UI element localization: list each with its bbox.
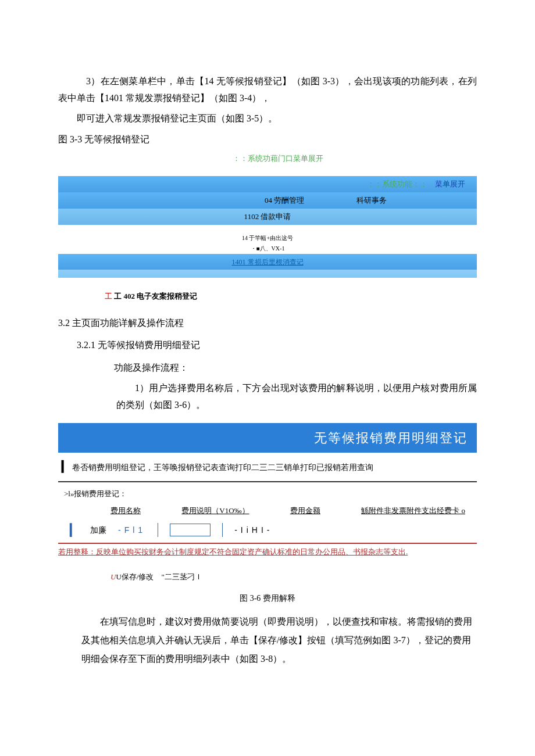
red-square-icon: 工	[105, 292, 112, 300]
field-name-value[interactable]: 加廉	[90, 523, 106, 538]
sys-features-label: ：：系统功藉门口菜单展开	[233, 154, 323, 163]
paragraph-step3: 3）在左侧菜单栏中，单击【14 无等候报销登记】（如图 3-3），会出现该项的功…	[58, 73, 477, 107]
menu-1401-link[interactable]: 1401 常损后里根消查记	[232, 258, 304, 266]
divider	[158, 523, 158, 537]
screenshot-menu: ：：系统功藉门口菜单展开 ：：系统功能：： 菜单展开 04 劳酬管理 科研事务 …	[58, 152, 477, 303]
section-3-2-1-step1: 1）用户选择费用名称后，下方会出现对该费用的解释说明，以便用户核对费用所属的类别…	[116, 380, 477, 414]
th-amount: 费用金额	[290, 504, 320, 517]
paragraph-enter: 即可进入常规发票报销登记主页面（如图 3-5）。	[58, 110, 477, 127]
menu-04[interactable]: 04 劳酬管理	[265, 194, 304, 207]
figure-caption-3-3: 图 3-3 无等候报销登记	[58, 131, 477, 148]
sys-label: ：：系统功能：：	[367, 177, 427, 191]
save-row: UU保存/修改 "二三茎刁Ｉ	[110, 570, 477, 583]
fee-explanation: 若用整释：反映单位购买按财务会计制度规定不符合固定资产确认标准的日常办公用品、书…	[58, 544, 477, 560]
amount-input[interactable]	[170, 524, 211, 536]
section-3-2: 3.2 主页面功能详解及操作流程	[58, 315, 477, 332]
menu-expand-label[interactable]: 菜单展开	[435, 177, 465, 191]
figure-caption-3-6: 图 3-6 费用解释	[58, 591, 477, 605]
bar-icon: ▎	[62, 461, 70, 472]
th-name: 费用名称	[110, 504, 141, 517]
section-3-2-1-func: 功能及操作流程：	[58, 360, 477, 377]
menu-402: 工 402 电子友案报稍登记	[114, 292, 197, 300]
tiny-text-vx: ・■八、VX-1	[58, 243, 477, 254]
panel-tabs[interactable]: ▎ 卷否销费用明组登记，王等唤报销登记表查询打印二三二三销单打印已报销若用查询	[58, 453, 477, 482]
bar-icon: ▎	[70, 519, 79, 540]
field-attach[interactable]: -IiHI-	[234, 523, 273, 538]
body-paragraph: 在填写信息时，建议对费用做简要说明（即费用说明），以便查找和审核。将需报销的费用…	[81, 612, 477, 668]
menu-keyan[interactable]: 科研事务	[356, 194, 387, 207]
table-header-row: 费用名称 费用说明（V1O‰） 费用金额 鯀附件非发票附件支出经费卡 o	[58, 503, 477, 518]
form-fields-row: ▎ 加廉 -Fl1 -IiHI-	[58, 518, 477, 542]
tiny-text-14: 14 于竿幅+由出这号	[58, 233, 477, 243]
th-desc: 费用说明（V1O‰）	[181, 504, 249, 517]
th-attach: 鯀附件非发票附件支出经费卡 o	[361, 504, 465, 517]
section-3-2-1: 3.2.1 无等候报销费用明细登记	[58, 337, 477, 354]
form-section-label: >l»报销费用登记：	[64, 487, 477, 500]
panel-title: 无等候报销费用明细登记	[58, 423, 477, 453]
divider	[222, 523, 223, 537]
screenshot-form-panel: 无等候报销费用明细登记 ▎ 卷否销费用明组登记，王等唤报销登记表查询打印二三二三…	[58, 423, 477, 584]
field-dropdown[interactable]: -Fl1	[118, 523, 146, 538]
menu-1102[interactable]: 1102 借款申请	[244, 210, 291, 223]
save-button[interactable]: U	[110, 572, 116, 581]
